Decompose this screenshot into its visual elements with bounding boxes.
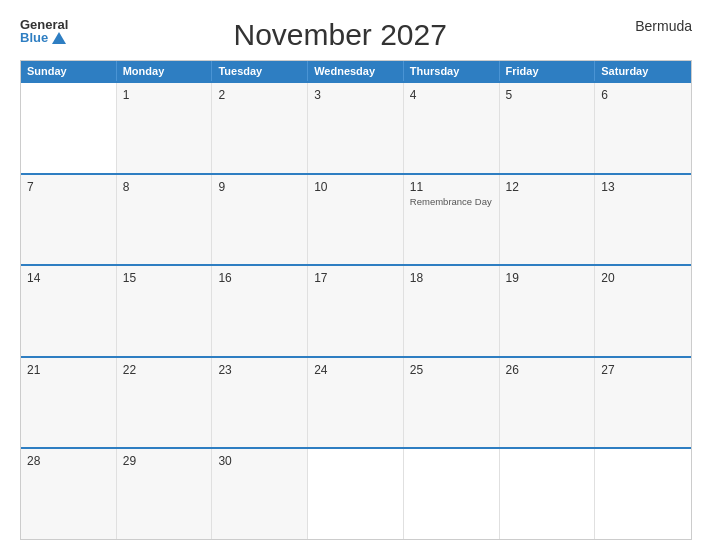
day-cell: 15 — [117, 266, 213, 356]
day-cell: 26 — [500, 358, 596, 448]
day-cell — [308, 449, 404, 539]
day-number: 7 — [27, 180, 110, 194]
day-number: 29 — [123, 454, 206, 468]
header-saturday: Saturday — [595, 61, 691, 81]
day-cell: 9 — [212, 175, 308, 265]
day-cell: 23 — [212, 358, 308, 448]
logo: General Blue — [20, 18, 68, 44]
calendar-page: General Blue November 2027 Bermuda Sunda… — [0, 0, 712, 550]
day-cell: 27 — [595, 358, 691, 448]
week-row-5: 282930 — [21, 447, 691, 539]
day-cell: 1 — [117, 83, 213, 173]
day-cell: 2 — [212, 83, 308, 173]
day-number: 2 — [218, 88, 301, 102]
day-headers-row: Sunday Monday Tuesday Wednesday Thursday… — [21, 61, 691, 81]
day-cell: 12 — [500, 175, 596, 265]
day-number: 20 — [601, 271, 685, 285]
day-cell: 7 — [21, 175, 117, 265]
day-number: 30 — [218, 454, 301, 468]
header-monday: Monday — [117, 61, 213, 81]
day-cell: 25 — [404, 358, 500, 448]
week-row-4: 21222324252627 — [21, 356, 691, 448]
day-cell: 18 — [404, 266, 500, 356]
day-cell: 5 — [500, 83, 596, 173]
header-friday: Friday — [500, 61, 596, 81]
day-number: 4 — [410, 88, 493, 102]
week-row-2: 7891011Remembrance Day1213 — [21, 173, 691, 265]
day-number: 21 — [27, 363, 110, 377]
header-wednesday: Wednesday — [308, 61, 404, 81]
header-thursday: Thursday — [404, 61, 500, 81]
day-cell: 30 — [212, 449, 308, 539]
day-number: 5 — [506, 88, 589, 102]
region-label: Bermuda — [612, 18, 692, 34]
day-number: 12 — [506, 180, 589, 194]
day-cell: 19 — [500, 266, 596, 356]
logo-triangle-icon — [52, 32, 66, 44]
day-number: 24 — [314, 363, 397, 377]
week-row-1: 123456 — [21, 81, 691, 173]
logo-blue-text: Blue — [20, 31, 66, 44]
day-cell — [595, 449, 691, 539]
day-cell: 28 — [21, 449, 117, 539]
day-cell: 24 — [308, 358, 404, 448]
day-number: 15 — [123, 271, 206, 285]
calendar-title: November 2027 — [68, 18, 612, 52]
day-number: 6 — [601, 88, 685, 102]
header-sunday: Sunday — [21, 61, 117, 81]
day-cell: 10 — [308, 175, 404, 265]
day-number: 18 — [410, 271, 493, 285]
header-tuesday: Tuesday — [212, 61, 308, 81]
event-label: Remembrance Day — [410, 196, 493, 208]
day-cell — [500, 449, 596, 539]
day-number: 17 — [314, 271, 397, 285]
day-cell: 21 — [21, 358, 117, 448]
day-number: 8 — [123, 180, 206, 194]
day-number: 14 — [27, 271, 110, 285]
day-cell: 16 — [212, 266, 308, 356]
calendar-grid: Sunday Monday Tuesday Wednesday Thursday… — [20, 60, 692, 540]
day-number: 26 — [506, 363, 589, 377]
day-number: 3 — [314, 88, 397, 102]
day-cell: 6 — [595, 83, 691, 173]
calendar-header: General Blue November 2027 Bermuda — [20, 18, 692, 52]
day-cell: 3 — [308, 83, 404, 173]
day-cell: 29 — [117, 449, 213, 539]
day-cell: 14 — [21, 266, 117, 356]
day-cell — [404, 449, 500, 539]
day-cell — [21, 83, 117, 173]
day-number: 23 — [218, 363, 301, 377]
day-cell: 11Remembrance Day — [404, 175, 500, 265]
week-row-3: 14151617181920 — [21, 264, 691, 356]
day-number: 27 — [601, 363, 685, 377]
day-number: 22 — [123, 363, 206, 377]
day-cell: 8 — [117, 175, 213, 265]
weeks-container: 1234567891011Remembrance Day121314151617… — [21, 81, 691, 539]
day-cell: 22 — [117, 358, 213, 448]
day-cell: 4 — [404, 83, 500, 173]
day-number: 25 — [410, 363, 493, 377]
day-number: 11 — [410, 180, 493, 194]
day-number: 19 — [506, 271, 589, 285]
day-number: 16 — [218, 271, 301, 285]
day-number: 9 — [218, 180, 301, 194]
day-number: 10 — [314, 180, 397, 194]
day-cell: 17 — [308, 266, 404, 356]
day-number: 28 — [27, 454, 110, 468]
day-number: 13 — [601, 180, 685, 194]
day-cell: 20 — [595, 266, 691, 356]
day-number: 1 — [123, 88, 206, 102]
day-cell: 13 — [595, 175, 691, 265]
